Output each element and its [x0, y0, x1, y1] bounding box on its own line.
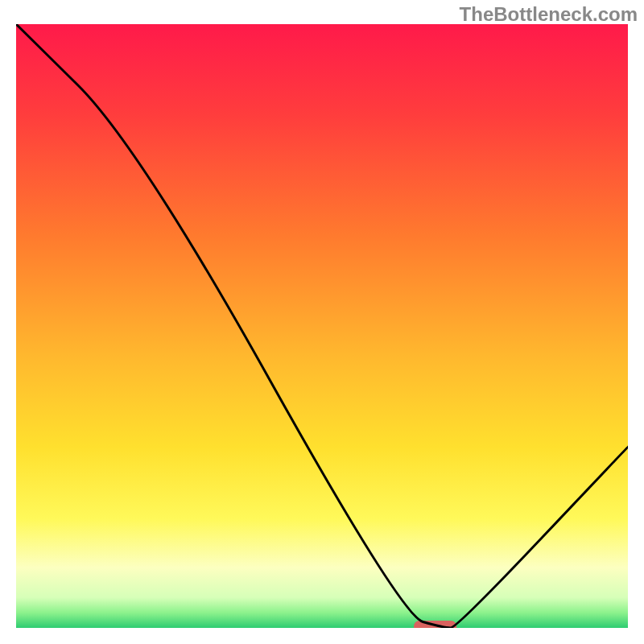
- chart-svg: [16, 24, 628, 628]
- chart-container: TheBottleneck.com: [0, 0, 644, 644]
- watermark-text: TheBottleneck.com: [460, 3, 638, 26]
- gradient-background: [16, 24, 628, 628]
- plot-area: [16, 24, 628, 628]
